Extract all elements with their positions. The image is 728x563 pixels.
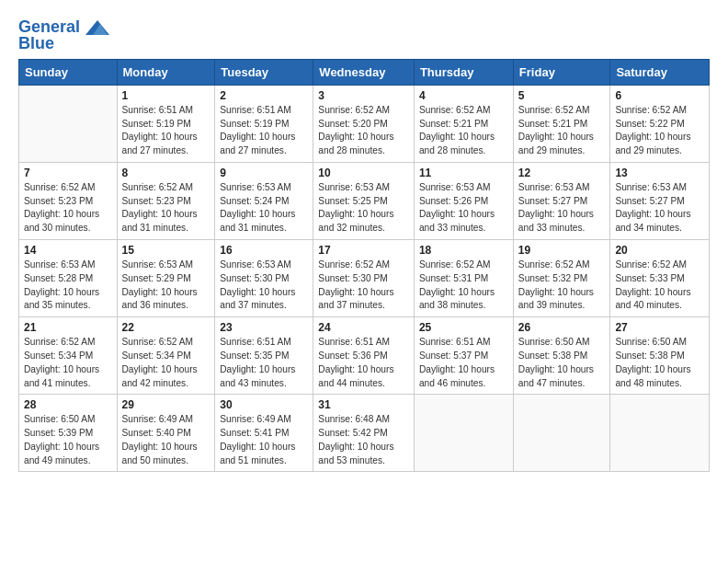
day-info: Sunrise: 6:52 AM Sunset: 5:32 PM Dayligh…	[518, 259, 606, 313]
calendar-cell: 24Sunrise: 6:51 AM Sunset: 5:36 PM Dayli…	[313, 317, 415, 395]
calendar-week-row: 7Sunrise: 6:52 AM Sunset: 5:23 PM Daylig…	[19, 162, 710, 239]
calendar-week-row: 28Sunrise: 6:50 AM Sunset: 5:39 PM Dayli…	[19, 395, 710, 472]
day-number: 10	[318, 167, 409, 179]
day-info: Sunrise: 6:53 AM Sunset: 5:25 PM Dayligh…	[318, 181, 409, 236]
calendar-cell: 14Sunrise: 6:53 AM Sunset: 5:28 PM Dayli…	[19, 240, 118, 317]
calendar-cell: 15Sunrise: 6:53 AM Sunset: 5:29 PM Dayli…	[117, 240, 215, 317]
day-number: 5	[518, 89, 606, 102]
calendar-week-row: 21Sunrise: 6:52 AM Sunset: 5:34 PM Dayli…	[19, 317, 710, 395]
day-info: Sunrise: 6:51 AM Sunset: 5:19 PM Dayligh…	[122, 104, 210, 158]
day-info: Sunrise: 6:53 AM Sunset: 5:29 PM Dayligh…	[122, 259, 210, 313]
calendar-cell: 3Sunrise: 6:52 AM Sunset: 5:20 PM Daylig…	[313, 85, 415, 162]
weekday-header-row: SundayMondayTuesdayWednesdayThursdayFrid…	[19, 59, 710, 85]
logo: General Blue	[18, 17, 111, 53]
calendar-cell: 9Sunrise: 6:53 AM Sunset: 5:24 PM Daylig…	[215, 162, 313, 239]
calendar-cell: 4Sunrise: 6:52 AM Sunset: 5:21 PM Daylig…	[414, 85, 513, 162]
day-number: 20	[615, 244, 704, 257]
day-info: Sunrise: 6:50 AM Sunset: 5:38 PM Dayligh…	[518, 336, 606, 390]
calendar-cell: 25Sunrise: 6:51 AM Sunset: 5:37 PM Dayli…	[414, 317, 513, 395]
day-number: 23	[220, 321, 308, 334]
day-number: 16	[220, 244, 308, 257]
calendar-cell: 20Sunrise: 6:52 AM Sunset: 5:33 PM Dayli…	[610, 240, 710, 317]
calendar-cell	[19, 85, 118, 162]
calendar-cell: 11Sunrise: 6:53 AM Sunset: 5:26 PM Dayli…	[414, 162, 513, 239]
day-number: 19	[518, 244, 606, 257]
day-number: 27	[615, 321, 704, 334]
calendar-week-row: 1Sunrise: 6:51 AM Sunset: 5:19 PM Daylig…	[19, 85, 710, 162]
weekday-header-thursday: Thursday	[414, 59, 513, 85]
weekday-header-saturday: Saturday	[610, 59, 710, 85]
day-number: 24	[318, 321, 409, 334]
day-info: Sunrise: 6:53 AM Sunset: 5:28 PM Dayligh…	[24, 259, 112, 313]
day-info: Sunrise: 6:53 AM Sunset: 5:27 PM Dayligh…	[615, 181, 704, 236]
day-number: 15	[122, 244, 210, 257]
day-info: Sunrise: 6:50 AM Sunset: 5:39 PM Dayligh…	[24, 413, 112, 467]
calendar-cell: 10Sunrise: 6:53 AM Sunset: 5:25 PM Dayli…	[313, 162, 415, 239]
calendar-cell: 29Sunrise: 6:49 AM Sunset: 5:40 PM Dayli…	[117, 395, 215, 472]
day-info: Sunrise: 6:52 AM Sunset: 5:20 PM Dayligh…	[318, 104, 409, 158]
day-number: 26	[518, 321, 606, 334]
day-info: Sunrise: 6:50 AM Sunset: 5:38 PM Dayligh…	[615, 336, 704, 390]
day-number: 11	[419, 167, 508, 179]
day-info: Sunrise: 6:52 AM Sunset: 5:34 PM Dayligh…	[122, 336, 210, 390]
calendar-cell	[610, 395, 710, 472]
calendar-cell: 18Sunrise: 6:52 AM Sunset: 5:31 PM Dayli…	[414, 240, 513, 317]
day-info: Sunrise: 6:52 AM Sunset: 5:21 PM Dayligh…	[419, 104, 508, 158]
weekday-header-tuesday: Tuesday	[215, 59, 313, 85]
day-number: 31	[318, 398, 409, 411]
day-info: Sunrise: 6:52 AM Sunset: 5:30 PM Dayligh…	[318, 259, 409, 313]
calendar-cell: 12Sunrise: 6:53 AM Sunset: 5:27 PM Dayli…	[513, 162, 610, 239]
day-number: 6	[615, 89, 704, 102]
day-info: Sunrise: 6:53 AM Sunset: 5:26 PM Dayligh…	[419, 181, 508, 236]
day-number: 14	[24, 244, 112, 257]
day-info: Sunrise: 6:51 AM Sunset: 5:36 PM Dayligh…	[318, 336, 409, 390]
logo-icon	[84, 17, 111, 39]
calendar-cell: 19Sunrise: 6:52 AM Sunset: 5:32 PM Dayli…	[513, 240, 610, 317]
calendar-cell: 5Sunrise: 6:52 AM Sunset: 5:21 PM Daylig…	[513, 85, 610, 162]
day-info: Sunrise: 6:51 AM Sunset: 5:19 PM Dayligh…	[220, 104, 308, 158]
day-number: 7	[24, 167, 112, 179]
day-number: 22	[122, 321, 210, 334]
day-info: Sunrise: 6:53 AM Sunset: 5:30 PM Dayligh…	[220, 259, 308, 313]
day-info: Sunrise: 6:51 AM Sunset: 5:37 PM Dayligh…	[419, 336, 508, 390]
day-info: Sunrise: 6:51 AM Sunset: 5:35 PM Dayligh…	[220, 336, 308, 390]
weekday-header-sunday: Sunday	[19, 59, 118, 85]
calendar-cell: 30Sunrise: 6:49 AM Sunset: 5:41 PM Dayli…	[215, 395, 313, 472]
calendar-cell: 28Sunrise: 6:50 AM Sunset: 5:39 PM Dayli…	[19, 395, 118, 472]
calendar-cell: 21Sunrise: 6:52 AM Sunset: 5:34 PM Dayli…	[19, 317, 118, 395]
day-number: 13	[615, 167, 704, 179]
day-number: 29	[122, 398, 210, 411]
day-number: 18	[419, 244, 508, 257]
calendar-cell: 1Sunrise: 6:51 AM Sunset: 5:19 PM Daylig…	[117, 85, 215, 162]
day-info: Sunrise: 6:53 AM Sunset: 5:27 PM Dayligh…	[518, 181, 606, 236]
calendar-cell: 13Sunrise: 6:53 AM Sunset: 5:27 PM Dayli…	[610, 162, 710, 239]
day-info: Sunrise: 6:52 AM Sunset: 5:34 PM Dayligh…	[24, 336, 112, 390]
day-number: 4	[419, 89, 508, 102]
day-info: Sunrise: 6:49 AM Sunset: 5:40 PM Dayligh…	[122, 413, 210, 467]
calendar-week-row: 14Sunrise: 6:53 AM Sunset: 5:28 PM Dayli…	[19, 240, 710, 317]
weekday-header-wednesday: Wednesday	[313, 59, 415, 85]
calendar-cell	[513, 395, 610, 472]
weekday-header-friday: Friday	[513, 59, 610, 85]
day-info: Sunrise: 6:52 AM Sunset: 5:33 PM Dayligh…	[615, 259, 704, 313]
day-info: Sunrise: 6:48 AM Sunset: 5:42 PM Dayligh…	[318, 413, 409, 467]
day-number: 17	[318, 244, 409, 257]
calendar-cell: 23Sunrise: 6:51 AM Sunset: 5:35 PM Dayli…	[215, 317, 313, 395]
day-number: 1	[122, 89, 210, 102]
day-info: Sunrise: 6:52 AM Sunset: 5:23 PM Dayligh…	[122, 181, 210, 236]
header: General Blue	[18, 17, 710, 53]
calendar-cell: 22Sunrise: 6:52 AM Sunset: 5:34 PM Dayli…	[117, 317, 215, 395]
calendar-cell: 7Sunrise: 6:52 AM Sunset: 5:23 PM Daylig…	[19, 162, 118, 239]
day-number: 28	[24, 398, 112, 411]
calendar-cell: 26Sunrise: 6:50 AM Sunset: 5:38 PM Dayli…	[513, 317, 610, 395]
day-number: 2	[220, 89, 308, 102]
logo-blue: Blue	[18, 35, 54, 53]
day-number: 9	[220, 167, 308, 179]
page: General Blue SundayMondayTuesdayWednesda…	[0, 0, 728, 488]
day-info: Sunrise: 6:52 AM Sunset: 5:21 PM Dayligh…	[518, 104, 606, 158]
calendar-cell	[414, 395, 513, 472]
day-number: 25	[419, 321, 508, 334]
calendar-cell: 8Sunrise: 6:52 AM Sunset: 5:23 PM Daylig…	[117, 162, 215, 239]
day-number: 12	[518, 167, 606, 179]
day-number: 30	[220, 398, 308, 411]
